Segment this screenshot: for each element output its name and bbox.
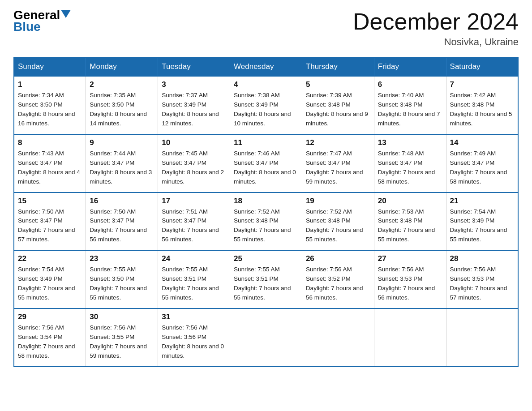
calendar-week-row: 29Sunrise: 7:56 AMSunset: 3:54 PMDayligh… bbox=[14, 308, 518, 367]
day-info: Sunrise: 7:50 AMSunset: 3:47 PMDaylight:… bbox=[18, 207, 82, 245]
logo: General Blue bbox=[13, 9, 71, 34]
calendar-cell: 13Sunrise: 7:48 AMSunset: 3:47 PMDayligh… bbox=[374, 134, 446, 193]
day-number: 28 bbox=[450, 254, 514, 263]
day-number: 5 bbox=[306, 80, 370, 89]
calendar-cell: 3Sunrise: 7:37 AMSunset: 3:49 PMDaylight… bbox=[158, 76, 230, 134]
day-number: 17 bbox=[162, 197, 226, 206]
col-header-friday: Friday bbox=[374, 57, 446, 76]
day-info: Sunrise: 7:51 AMSunset: 3:47 PMDaylight:… bbox=[162, 207, 226, 245]
day-number: 12 bbox=[306, 138, 370, 147]
calendar-cell: 24Sunrise: 7:55 AMSunset: 3:51 PMDayligh… bbox=[158, 250, 230, 308]
calendar-cell bbox=[446, 308, 518, 367]
calendar-cell: 6Sunrise: 7:40 AMSunset: 3:48 PMDaylight… bbox=[374, 76, 446, 134]
calendar-cell: 11Sunrise: 7:46 AMSunset: 3:47 PMDayligh… bbox=[230, 134, 302, 193]
calendar-cell: 8Sunrise: 7:43 AMSunset: 3:47 PMDaylight… bbox=[14, 134, 86, 193]
calendar-cell: 27Sunrise: 7:56 AMSunset: 3:53 PMDayligh… bbox=[374, 250, 446, 308]
calendar-cell: 2Sunrise: 7:35 AMSunset: 3:50 PMDaylight… bbox=[86, 76, 158, 134]
calendar-cell: 28Sunrise: 7:56 AMSunset: 3:53 PMDayligh… bbox=[446, 250, 518, 308]
day-number: 6 bbox=[378, 80, 442, 89]
day-info: Sunrise: 7:35 AMSunset: 3:50 PMDaylight:… bbox=[90, 91, 154, 128]
calendar-cell: 20Sunrise: 7:53 AMSunset: 3:48 PMDayligh… bbox=[374, 193, 446, 251]
col-header-monday: Monday bbox=[86, 57, 158, 76]
day-number: 29 bbox=[18, 313, 82, 321]
day-number: 27 bbox=[378, 254, 442, 263]
day-number: 7 bbox=[450, 80, 514, 89]
day-info: Sunrise: 7:52 AMSunset: 3:48 PMDaylight:… bbox=[234, 207, 298, 245]
calendar-cell: 18Sunrise: 7:52 AMSunset: 3:48 PMDayligh… bbox=[230, 193, 302, 251]
calendar-cell: 4Sunrise: 7:38 AMSunset: 3:49 PMDaylight… bbox=[230, 76, 302, 134]
calendar-cell: 15Sunrise: 7:50 AMSunset: 3:47 PMDayligh… bbox=[14, 193, 86, 251]
day-number: 24 bbox=[162, 254, 226, 263]
calendar-cell: 29Sunrise: 7:56 AMSunset: 3:54 PMDayligh… bbox=[14, 308, 86, 367]
day-number: 20 bbox=[378, 197, 442, 206]
day-info: Sunrise: 7:37 AMSunset: 3:49 PMDaylight:… bbox=[162, 91, 226, 128]
day-info: Sunrise: 7:56 AMSunset: 3:54 PMDaylight:… bbox=[18, 323, 82, 361]
day-info: Sunrise: 7:56 AMSunset: 3:52 PMDaylight:… bbox=[306, 265, 370, 303]
calendar-week-row: 8Sunrise: 7:43 AMSunset: 3:47 PMDaylight… bbox=[14, 134, 518, 193]
day-number: 25 bbox=[234, 254, 298, 263]
day-info: Sunrise: 7:34 AMSunset: 3:50 PMDaylight:… bbox=[18, 91, 82, 128]
month-title: December 2024 bbox=[353, 9, 519, 34]
day-number: 22 bbox=[18, 254, 82, 263]
logo-blue: Blue bbox=[13, 20, 41, 34]
day-number: 13 bbox=[378, 138, 442, 147]
calendar-cell: 26Sunrise: 7:56 AMSunset: 3:52 PMDayligh… bbox=[302, 250, 374, 308]
calendar-cell: 12Sunrise: 7:47 AMSunset: 3:47 PMDayligh… bbox=[302, 134, 374, 193]
day-info: Sunrise: 7:42 AMSunset: 3:48 PMDaylight:… bbox=[450, 91, 514, 128]
calendar-cell: 17Sunrise: 7:51 AMSunset: 3:47 PMDayligh… bbox=[158, 193, 230, 251]
day-info: Sunrise: 7:53 AMSunset: 3:48 PMDaylight:… bbox=[378, 207, 442, 245]
calendar-header-row: SundayMondayTuesdayWednesdayThursdayFrid… bbox=[14, 57, 518, 76]
day-info: Sunrise: 7:48 AMSunset: 3:47 PMDaylight:… bbox=[378, 149, 442, 187]
day-info: Sunrise: 7:56 AMSunset: 3:56 PMDaylight:… bbox=[162, 323, 226, 361]
day-info: Sunrise: 7:56 AMSunset: 3:53 PMDaylight:… bbox=[450, 265, 514, 303]
day-number: 8 bbox=[18, 138, 82, 147]
day-number: 15 bbox=[18, 197, 82, 206]
calendar-cell: 23Sunrise: 7:55 AMSunset: 3:50 PMDayligh… bbox=[86, 250, 158, 308]
col-header-thursday: Thursday bbox=[302, 57, 374, 76]
day-info: Sunrise: 7:52 AMSunset: 3:48 PMDaylight:… bbox=[306, 207, 370, 245]
col-header-tuesday: Tuesday bbox=[158, 57, 230, 76]
day-info: Sunrise: 7:49 AMSunset: 3:47 PMDaylight:… bbox=[450, 149, 514, 187]
col-header-sunday: Sunday bbox=[14, 57, 86, 76]
day-info: Sunrise: 7:45 AMSunset: 3:47 PMDaylight:… bbox=[162, 149, 226, 187]
calendar-cell: 10Sunrise: 7:45 AMSunset: 3:47 PMDayligh… bbox=[158, 134, 230, 193]
day-info: Sunrise: 7:55 AMSunset: 3:51 PMDaylight:… bbox=[162, 265, 226, 303]
day-info: Sunrise: 7:55 AMSunset: 3:50 PMDaylight:… bbox=[90, 265, 154, 303]
location: Nosivka, Ukraine bbox=[353, 36, 519, 48]
day-number: 14 bbox=[450, 138, 514, 147]
col-header-saturday: Saturday bbox=[446, 57, 518, 76]
calendar-cell bbox=[230, 308, 302, 367]
day-info: Sunrise: 7:46 AMSunset: 3:47 PMDaylight:… bbox=[234, 149, 298, 187]
calendar-cell: 16Sunrise: 7:50 AMSunset: 3:47 PMDayligh… bbox=[86, 193, 158, 251]
day-number: 9 bbox=[90, 138, 154, 147]
day-info: Sunrise: 7:54 AMSunset: 3:49 PMDaylight:… bbox=[450, 207, 514, 245]
logo-triangle-icon bbox=[61, 10, 71, 20]
svg-marker-0 bbox=[61, 10, 71, 18]
day-number: 10 bbox=[162, 138, 226, 147]
day-info: Sunrise: 7:39 AMSunset: 3:48 PMDaylight:… bbox=[306, 91, 370, 128]
calendar-cell: 7Sunrise: 7:42 AMSunset: 3:48 PMDaylight… bbox=[446, 76, 518, 134]
day-info: Sunrise: 7:47 AMSunset: 3:47 PMDaylight:… bbox=[306, 149, 370, 187]
calendar-cell: 14Sunrise: 7:49 AMSunset: 3:47 PMDayligh… bbox=[446, 134, 518, 193]
day-number: 3 bbox=[162, 80, 226, 89]
calendar-cell: 22Sunrise: 7:54 AMSunset: 3:49 PMDayligh… bbox=[14, 250, 86, 308]
calendar-cell bbox=[374, 308, 446, 367]
day-number: 4 bbox=[234, 80, 298, 89]
day-info: Sunrise: 7:55 AMSunset: 3:51 PMDaylight:… bbox=[234, 265, 298, 303]
day-info: Sunrise: 7:56 AMSunset: 3:53 PMDaylight:… bbox=[378, 265, 442, 303]
calendar-cell: 30Sunrise: 7:56 AMSunset: 3:55 PMDayligh… bbox=[86, 308, 158, 367]
day-number: 19 bbox=[306, 197, 370, 206]
day-number: 18 bbox=[234, 197, 298, 206]
day-number: 1 bbox=[18, 80, 82, 89]
calendar-week-row: 22Sunrise: 7:54 AMSunset: 3:49 PMDayligh… bbox=[14, 250, 518, 308]
day-number: 11 bbox=[234, 138, 298, 147]
calendar-cell: 1Sunrise: 7:34 AMSunset: 3:50 PMDaylight… bbox=[14, 76, 86, 134]
calendar-cell bbox=[302, 308, 374, 367]
calendar-week-row: 15Sunrise: 7:50 AMSunset: 3:47 PMDayligh… bbox=[14, 193, 518, 251]
title-section: December 2024 Nosivka, Ukraine bbox=[353, 9, 519, 48]
day-number: 16 bbox=[90, 197, 154, 206]
day-info: Sunrise: 7:38 AMSunset: 3:49 PMDaylight:… bbox=[234, 91, 298, 128]
day-info: Sunrise: 7:56 AMSunset: 3:55 PMDaylight:… bbox=[90, 323, 154, 361]
day-number: 31 bbox=[162, 313, 226, 321]
day-info: Sunrise: 7:43 AMSunset: 3:47 PMDaylight:… bbox=[18, 149, 82, 187]
